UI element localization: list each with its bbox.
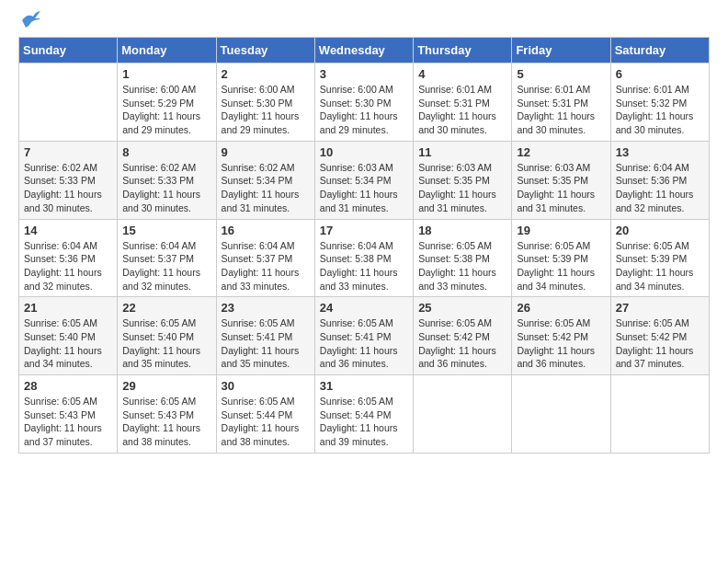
day-info: Sunrise: 6:05 AMSunset: 5:44 PMDaylight:… [320,395,408,449]
calendar-cell: 5Sunrise: 6:01 AMSunset: 5:31 PMDaylight… [512,63,610,142]
weekday-header: Sunday [19,38,118,63]
calendar-cell: 29Sunrise: 6:05 AMSunset: 5:43 PMDayligh… [118,375,216,454]
calendar-cell: 10Sunrise: 6:03 AMSunset: 5:34 PMDayligh… [314,141,413,219]
weekday-header: Saturday [610,38,709,63]
calendar-cell: 12Sunrise: 6:03 AMSunset: 5:35 PMDayligh… [512,141,610,219]
calendar-cell: 13Sunrise: 6:04 AMSunset: 5:36 PMDayligh… [610,141,709,219]
day-number: 11 [418,145,506,159]
calendar-week-row: 28Sunrise: 6:05 AMSunset: 5:43 PMDayligh… [19,375,710,454]
calendar-cell: 25Sunrise: 6:05 AMSunset: 5:42 PMDayligh… [414,297,512,375]
day-number: 15 [122,224,210,237]
calendar-cell: 21Sunrise: 6:05 AMSunset: 5:40 PMDayligh… [19,297,118,375]
day-info: Sunrise: 6:04 AMSunset: 5:36 PMDaylight:… [24,239,112,293]
calendar-week-row: 1Sunrise: 6:00 AMSunset: 5:29 PMDaylight… [19,63,710,142]
calendar-cell: 16Sunrise: 6:04 AMSunset: 5:37 PMDayligh… [216,219,314,297]
calendar-cell: 28Sunrise: 6:05 AMSunset: 5:43 PMDayligh… [19,375,118,454]
calendar-cell: 14Sunrise: 6:04 AMSunset: 5:36 PMDayligh… [19,219,118,297]
day-info: Sunrise: 6:05 AMSunset: 5:44 PMDaylight:… [222,395,310,449]
calendar-cell: 19Sunrise: 6:05 AMSunset: 5:39 PMDayligh… [512,219,610,297]
day-info: Sunrise: 6:02 AMSunset: 5:34 PMDaylight:… [222,161,310,215]
day-info: Sunrise: 6:04 AMSunset: 5:37 PMDaylight:… [222,239,310,293]
calendar-cell: 8Sunrise: 6:02 AMSunset: 5:33 PMDaylight… [118,141,216,219]
day-number: 26 [517,301,605,315]
weekday-header: Monday [118,38,216,63]
weekday-header: Thursday [414,38,512,63]
calendar-cell [414,375,512,454]
day-number: 4 [418,67,506,81]
day-info: Sunrise: 6:00 AMSunset: 5:29 PMDaylight:… [122,83,210,137]
page-header [18,18,710,28]
calendar-cell: 1Sunrise: 6:00 AMSunset: 5:29 PMDaylight… [118,63,216,142]
day-number: 13 [616,145,704,159]
day-number: 18 [418,224,506,237]
day-number: 7 [24,145,112,159]
calendar-cell: 11Sunrise: 6:03 AMSunset: 5:35 PMDayligh… [414,141,512,219]
calendar-cell: 24Sunrise: 6:05 AMSunset: 5:41 PMDayligh… [314,297,413,375]
calendar-cell: 9Sunrise: 6:02 AMSunset: 5:34 PMDaylight… [216,141,314,219]
day-number: 22 [122,301,210,315]
calendar-cell: 31Sunrise: 6:05 AMSunset: 5:44 PMDayligh… [314,375,413,454]
day-number: 17 [320,224,408,237]
day-number: 31 [320,379,408,393]
calendar-cell: 2Sunrise: 6:00 AMSunset: 5:30 PMDaylight… [216,63,314,142]
calendar-cell [610,375,709,454]
day-info: Sunrise: 6:05 AMSunset: 5:40 PMDaylight:… [24,316,112,371]
day-number: 5 [517,67,605,81]
day-number: 9 [222,145,310,159]
calendar-cell: 18Sunrise: 6:05 AMSunset: 5:38 PMDayligh… [414,219,512,297]
day-number: 28 [24,379,112,393]
day-number: 3 [320,67,408,81]
calendar-cell: 27Sunrise: 6:05 AMSunset: 5:42 PMDayligh… [610,297,709,375]
calendar-week-row: 21Sunrise: 6:05 AMSunset: 5:40 PMDayligh… [19,297,710,375]
day-info: Sunrise: 6:05 AMSunset: 5:41 PMDaylight:… [320,316,408,371]
day-info: Sunrise: 6:04 AMSunset: 5:36 PMDaylight:… [616,161,704,215]
day-info: Sunrise: 6:01 AMSunset: 5:31 PMDaylight:… [517,83,605,137]
day-info: Sunrise: 6:03 AMSunset: 5:34 PMDaylight:… [320,161,408,215]
day-number: 1 [122,67,210,81]
calendar-cell [19,63,118,142]
day-info: Sunrise: 6:01 AMSunset: 5:31 PMDaylight:… [418,83,506,137]
day-number: 25 [418,301,506,315]
calendar-header-row: SundayMondayTuesdayWednesdayThursdayFrid… [19,38,710,63]
day-info: Sunrise: 6:05 AMSunset: 5:43 PMDaylight:… [122,395,210,449]
day-number: 30 [222,379,310,393]
day-info: Sunrise: 6:00 AMSunset: 5:30 PMDaylight:… [222,83,310,137]
day-info: Sunrise: 6:01 AMSunset: 5:32 PMDaylight:… [616,83,704,137]
day-number: 2 [222,67,310,81]
day-number: 16 [222,224,310,237]
day-number: 23 [222,301,310,315]
day-info: Sunrise: 6:05 AMSunset: 5:41 PMDaylight:… [222,316,310,371]
day-number: 10 [320,145,408,159]
day-info: Sunrise: 6:03 AMSunset: 5:35 PMDaylight:… [418,161,506,215]
calendar-cell [512,375,610,454]
day-info: Sunrise: 6:05 AMSunset: 5:40 PMDaylight:… [122,316,210,371]
logo [18,18,40,28]
day-number: 24 [320,301,408,315]
day-info: Sunrise: 6:04 AMSunset: 5:38 PMDaylight:… [320,239,408,293]
day-number: 21 [24,301,112,315]
day-info: Sunrise: 6:04 AMSunset: 5:37 PMDaylight:… [122,239,210,293]
day-info: Sunrise: 6:05 AMSunset: 5:43 PMDaylight:… [24,395,112,449]
day-number: 6 [616,67,704,81]
calendar-cell: 4Sunrise: 6:01 AMSunset: 5:31 PMDaylight… [414,63,512,142]
bird-icon [20,11,40,28]
day-number: 8 [122,145,210,159]
day-number: 29 [122,379,210,393]
calendar-cell: 17Sunrise: 6:04 AMSunset: 5:38 PMDayligh… [314,219,413,297]
day-info: Sunrise: 6:03 AMSunset: 5:35 PMDaylight:… [517,161,605,215]
calendar-cell: 3Sunrise: 6:00 AMSunset: 5:30 PMDaylight… [314,63,413,142]
calendar-cell: 26Sunrise: 6:05 AMSunset: 5:42 PMDayligh… [512,297,610,375]
day-info: Sunrise: 6:05 AMSunset: 5:42 PMDaylight:… [418,316,506,371]
day-number: 20 [616,224,704,237]
calendar-table: SundayMondayTuesdayWednesdayThursdayFrid… [18,37,710,454]
calendar-cell: 15Sunrise: 6:04 AMSunset: 5:37 PMDayligh… [118,219,216,297]
day-info: Sunrise: 6:05 AMSunset: 5:39 PMDaylight:… [517,239,605,293]
day-info: Sunrise: 6:05 AMSunset: 5:42 PMDaylight:… [517,316,605,371]
day-info: Sunrise: 6:02 AMSunset: 5:33 PMDaylight:… [24,161,112,215]
day-info: Sunrise: 6:05 AMSunset: 5:38 PMDaylight:… [418,239,506,293]
calendar-week-row: 14Sunrise: 6:04 AMSunset: 5:36 PMDayligh… [19,219,710,297]
day-number: 14 [24,224,112,237]
calendar-cell: 22Sunrise: 6:05 AMSunset: 5:40 PMDayligh… [118,297,216,375]
calendar-cell: 30Sunrise: 6:05 AMSunset: 5:44 PMDayligh… [216,375,314,454]
calendar-cell: 6Sunrise: 6:01 AMSunset: 5:32 PMDaylight… [610,63,709,142]
